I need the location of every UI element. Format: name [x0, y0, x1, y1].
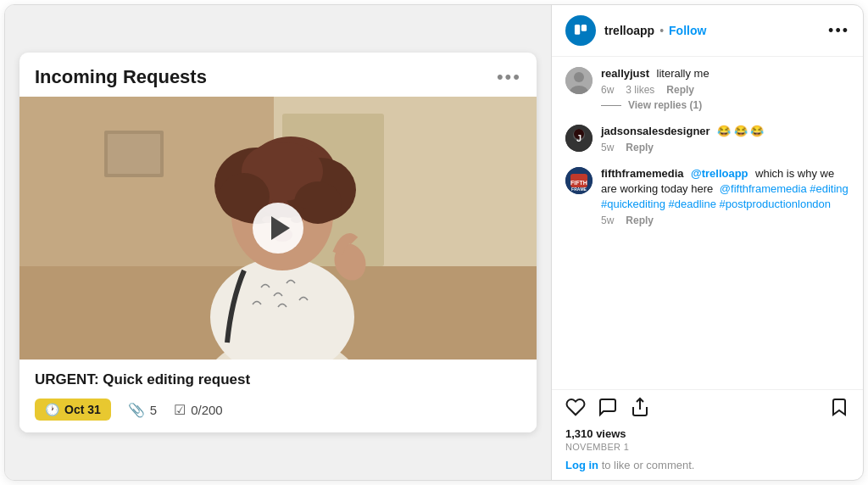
- left-panel: Incoming Requests •••: [5, 5, 552, 480]
- share-icon: [630, 397, 650, 417]
- login-prompt-text: to like or comment.: [602, 459, 695, 471]
- comment-text-1: literally me: [657, 67, 709, 80]
- card-video-thumbnail[interactable]: [19, 97, 537, 360]
- comment-avatar-1[interactable]: [565, 67, 593, 94]
- save-button[interactable]: [829, 397, 849, 422]
- svg-text:FRAME: FRAME: [571, 187, 587, 192]
- due-date-tag[interactable]: 🕐 Oct 31: [35, 399, 111, 421]
- ig-actions: 1,310 views November 1 Log in to like or…: [552, 389, 863, 480]
- svg-rect-20: [571, 21, 590, 40]
- comment-text-block-1: reallyjust literally me: [601, 65, 849, 81]
- comment-content-2: jadsonsalesdesigner 😂 😂 😂 5w Reply: [601, 123, 849, 153]
- action-icons-row: [565, 397, 849, 422]
- ig-header: trelloapp • Follow •••: [552, 5, 863, 57]
- reply-button-1[interactable]: Reply: [666, 84, 694, 96]
- comment-time-2: 5w: [601, 142, 614, 153]
- comment-text-block-2: jadsonsalesdesigner 😂 😂 😂: [601, 123, 849, 138]
- post-date: November 1: [565, 442, 849, 452]
- svg-point-24: [574, 72, 584, 82]
- like-button[interactable]: [565, 397, 586, 422]
- comment-button[interactable]: [598, 397, 618, 422]
- user-avatar-svg-1: [565, 67, 593, 94]
- views-count: 1,310 views: [565, 427, 849, 440]
- card-body: URGENT: Quick editing request 🕐 Oct 31 📎…: [19, 360, 537, 432]
- svg-text:FIFTH: FIFTH: [570, 180, 587, 186]
- more-options-button[interactable]: •••: [828, 22, 849, 40]
- comment-avatar-2[interactable]: J: [565, 125, 593, 152]
- bookmark-icon: [829, 397, 849, 417]
- right-panel: trelloapp • Follow ••• reallyjust: [552, 5, 863, 480]
- reply-button-3[interactable]: Reply: [626, 215, 654, 226]
- comment-mention-3: @trelloapp: [691, 167, 748, 180]
- comment-icon: [598, 397, 618, 417]
- separator-dot: •: [659, 24, 664, 37]
- card-header: Incoming Requests •••: [19, 53, 537, 97]
- checklist-value: 0/200: [191, 403, 223, 417]
- due-date-label: Oct 31: [64, 403, 101, 416]
- svg-text:J: J: [576, 133, 581, 143]
- comment-content-3: fifthframemedia @trelloapp which is why …: [601, 165, 849, 226]
- reply-button-2[interactable]: Reply: [626, 142, 654, 153]
- card-menu-button[interactable]: •••: [497, 66, 521, 88]
- comment-likes-1: 3 likes: [626, 84, 654, 96]
- comment-row: reallyjust literally me 6w 3 likes Reply…: [565, 65, 849, 111]
- comment-row-2: J jadsonsalesdesigner 😂 😂 😂 5w Reply: [565, 123, 849, 153]
- clock-icon: 🕐: [45, 403, 59, 416]
- checklist-icon: ☑: [174, 402, 186, 418]
- play-icon: [271, 216, 290, 240]
- checklist-item: ☑ 0/200: [174, 402, 223, 418]
- trello-card: Incoming Requests •••: [19, 53, 537, 432]
- comment-meta-2: 5w Reply: [601, 142, 849, 153]
- comment-username-2[interactable]: jadsonsalesdesigner: [601, 125, 710, 137]
- comment-avatar-3[interactable]: FIFTH FRAME: [565, 167, 593, 194]
- profile-avatar[interactable]: [565, 15, 596, 46]
- comment-text-2: 😂 😂 😂: [717, 125, 764, 137]
- comment-time-1: 6w: [601, 84, 614, 96]
- card-meta: 🕐 Oct 31 📎 5 ☑ 0/200: [35, 399, 521, 421]
- svg-rect-4: [108, 134, 160, 174]
- svg-rect-21: [575, 25, 580, 35]
- attachments-count: 5: [150, 403, 157, 417]
- main-container: Incoming Requests •••: [4, 4, 864, 481]
- card-title: Incoming Requests: [35, 66, 207, 88]
- comment-meta-3: 5w Reply: [601, 215, 849, 226]
- comment-text-block-3: fifthframemedia @trelloapp which is why …: [601, 165, 849, 211]
- paperclip-icon: 📎: [128, 402, 145, 418]
- view-replies-text-1: View replies (1): [628, 99, 702, 111]
- comment-username-3[interactable]: fifthframemedia: [601, 167, 684, 180]
- follow-button[interactable]: Follow: [669, 24, 706, 37]
- login-prompt: Log in to like or comment.: [565, 459, 849, 471]
- comments-area[interactable]: reallyjust literally me 6w 3 likes Reply…: [552, 57, 863, 389]
- user-avatar-svg-2: J: [565, 125, 593, 152]
- comment-time-3: 5w: [601, 215, 614, 226]
- ig-username[interactable]: trelloapp: [604, 24, 654, 37]
- attachments-item: 📎 5: [128, 402, 157, 418]
- comment-content-1: reallyjust literally me 6w 3 likes Reply…: [601, 65, 849, 111]
- comment-meta-1: 6w 3 likes Reply: [601, 84, 849, 96]
- share-button[interactable]: [630, 397, 650, 422]
- comment-row-3: FIFTH FRAME fifthframemedia @trelloapp w…: [565, 165, 849, 226]
- comment-username-1[interactable]: reallyjust: [601, 67, 649, 80]
- trello-logo-icon: [571, 21, 590, 40]
- heart-icon: [565, 397, 586, 417]
- user-avatar-svg-3: FIFTH FRAME: [565, 167, 593, 194]
- play-button[interactable]: [253, 203, 303, 254]
- svg-rect-22: [581, 25, 587, 31]
- view-replies-line-1: [601, 105, 621, 106]
- card-subtitle: URGENT: Quick editing request: [35, 371, 521, 388]
- view-replies-1[interactable]: View replies (1): [601, 99, 849, 111]
- login-link[interactable]: Log in: [565, 459, 598, 471]
